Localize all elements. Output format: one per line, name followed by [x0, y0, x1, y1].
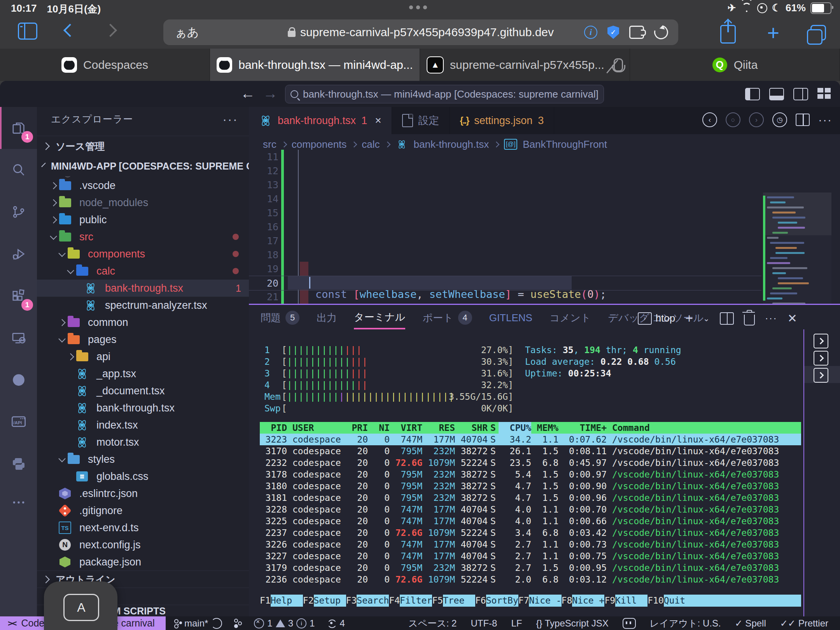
tree-item-common[interactable]: common — [37, 314, 249, 331]
toggle-secondary-sidebar-icon[interactable] — [793, 88, 808, 100]
process-row-3223[interactable]: 3223codespace200747M177M40704S34.21.10:0… — [260, 434, 801, 445]
tree-item-index.tsx[interactable]: index.tsx — [37, 416, 249, 434]
reader-button[interactable]: ぁあ — [175, 24, 199, 40]
tree-item-pages[interactable]: pages — [37, 331, 249, 348]
tree-item-.gitignore[interactable]: .gitignore — [37, 502, 249, 519]
customize-layout-icon[interactable] — [817, 88, 831, 99]
tree-item-src[interactable]: src — [37, 228, 249, 245]
fkey-action[interactable]: Quit — [664, 595, 801, 607]
address-bar[interactable]: ぁあ supreme-carnival-p57x455p46939p47.git… — [163, 19, 678, 45]
tree-item-components[interactable]: components — [37, 245, 249, 262]
process-row-3180[interactable]: 3180codespace200795M232M38272S4.71.50:00… — [260, 480, 801, 492]
navigate-forward-circle-icon[interactable]: › — [749, 112, 764, 127]
fkey-action[interactable]: SortBy — [486, 595, 518, 607]
fkey-F7[interactable]: F7 — [518, 595, 529, 607]
toggle-sidebar-icon[interactable] — [745, 88, 760, 100]
reload-icon[interactable] — [651, 23, 670, 42]
toggle-panel-icon[interactable] — [769, 88, 784, 100]
fkey-action[interactable]: Nice + — [572, 595, 604, 607]
close-panel-icon[interactable]: ✕ — [788, 312, 797, 325]
panel-tab-GITLENS[interactable]: GITLENS — [489, 310, 532, 328]
breadcrumb-item[interactable]: bank-through.tsx — [414, 138, 489, 150]
nav-forward-icon[interactable]: → — [263, 82, 278, 105]
process-row-2236[interactable]: 2236codespace20072.6G1079M52224S2.06.80:… — [260, 574, 801, 585]
panel-sash[interactable] — [249, 304, 840, 305]
activity-extensions[interactable]: 1 — [0, 275, 37, 317]
timer-icon[interactable]: ◷ — [772, 112, 787, 127]
command-center-search[interactable]: bank-through.tsx — mini4wd-app [Codespac… — [285, 85, 604, 103]
code-area[interactable]: 1112131415161718192021 const [wheelbase,… — [249, 150, 840, 304]
activity-more[interactable] — [0, 485, 37, 520]
tree-item-.vscode[interactable]: .vscode — [37, 177, 249, 194]
terminal-tab-row-active[interactable] — [804, 366, 840, 383]
process-row-3181[interactable]: 3181codespace200795M232M38272S4.71.50:00… — [260, 492, 801, 504]
activity-python[interactable] — [0, 443, 37, 485]
tree-item-_document.tsx[interactable]: _document.tsx — [37, 382, 249, 399]
section-project-root[interactable]: MINI4WD-APP [CODESPACES: SUPREME C... — [37, 156, 249, 176]
tree-item-node_modules[interactable]: node_modules — [37, 194, 249, 211]
status-item[interactable]: ✓ Spell — [735, 618, 766, 629]
activity-github[interactable] — [0, 359, 37, 401]
status-item[interactable]: スペース: 2 — [408, 617, 457, 630]
fkey-F5[interactable]: F5 — [432, 595, 443, 607]
forward-button[interactable] — [104, 24, 117, 37]
back-button[interactable] — [63, 24, 77, 37]
navigate-back-circle-icon[interactable]: ‹ — [702, 112, 717, 127]
panel-tab-ポート[interactable]: ポート4 — [422, 308, 472, 329]
breadcrumb-item[interactable]: src — [263, 138, 276, 150]
problems-indicator[interactable]: 1 3 i 1 — [254, 618, 315, 629]
activity-run-debug[interactable] — [0, 233, 37, 275]
process-row-3178[interactable]: 3178codespace200795M232M38272S5.41.50:00… — [260, 469, 801, 480]
process-row-3179[interactable]: 3179codespace200795M232M38272S2.71.50:00… — [260, 562, 801, 574]
new-tab-icon[interactable]: + — [767, 25, 779, 40]
section-source-control[interactable]: ソース管理 — [37, 136, 249, 157]
terminal-view[interactable]: 1[|||||||||||||27.0%]2[||||||||||||||30.… — [249, 332, 803, 605]
gitlens-icon[interactable] — [234, 618, 242, 628]
tree-item-calc[interactable]: calc — [37, 262, 249, 280]
ports-indicator[interactable]: 4 — [326, 618, 345, 629]
process-row-2232[interactable]: 2232codespace20072.6G1079M52224S23.56.80… — [260, 457, 801, 469]
fkey-F1[interactable]: F1 — [260, 595, 271, 607]
tree-item-bank-through.tsx[interactable]: bank-through.tsx — [37, 399, 249, 416]
tree-item-bank-through.tsx[interactable]: bank-through.tsx1 — [37, 280, 249, 297]
explorer-more-icon[interactable]: ··· — [222, 112, 238, 127]
browser-tab[interactable]: Qiita — [630, 49, 840, 81]
status-item[interactable]: LF — [511, 618, 522, 629]
fkey-action[interactable]: Search — [357, 595, 389, 607]
tree-item-motor.tsx[interactable]: motor.tsx — [37, 434, 249, 451]
fkey-F6[interactable]: F6 — [475, 595, 486, 607]
fkey-action[interactable]: Help — [271, 595, 303, 607]
breadcrumb[interactable]: srccomponentscalcbank-through.tsx[@]Bank… — [263, 137, 607, 151]
status-item[interactable]: UTF-8 — [471, 618, 497, 629]
fkey-action[interactable]: Nice - — [529, 595, 561, 607]
split-editor-icon[interactable] — [796, 114, 810, 126]
tab-overview-icon[interactable] — [810, 25, 826, 40]
editor-tab-bank-through.tsx[interactable]: bank-through.tsx1× — [249, 107, 392, 134]
htop-header-row[interactable]: PIDUSERPRINIVIRTRESSHRSCPU%MEM%TIME+Comm… — [260, 422, 801, 434]
terminal-instance[interactable]: › htop — [638, 312, 676, 325]
nav-back-icon[interactable]: ← — [240, 82, 255, 105]
minimap-slider[interactable] — [763, 192, 831, 235]
panel-more-icon[interactable]: ··· — [765, 312, 777, 324]
branch-indicator[interactable]: main* — [173, 618, 222, 629]
activity-remote-explorer[interactable] — [0, 317, 37, 359]
tree-item-_app.tsx[interactable]: _app.tsx — [37, 365, 249, 382]
panel-tab-出力[interactable]: 出力 — [317, 309, 337, 329]
fkey-F3[interactable]: F3 — [346, 595, 357, 607]
panel-tab-コメント[interactable]: コメント — [550, 309, 591, 329]
tree-item-spectrum-analyzer.tsx[interactable]: spectrum-analyzer.tsx — [37, 297, 249, 314]
browser-tab[interactable]: ×bank-through.tsx — mini4wd-ap... — [210, 49, 420, 81]
terminal-tab-row[interactable] — [804, 349, 840, 366]
tree-item-styles[interactable]: styles — [37, 451, 249, 468]
share-icon[interactable] — [720, 25, 736, 44]
fkey-action[interactable]: Setup — [314, 595, 346, 607]
terminal-tab-row[interactable] — [804, 332, 840, 349]
process-row-3226[interactable]: 3226codespace200747M177M40704S2.71.10:00… — [260, 539, 801, 550]
activity-search[interactable] — [0, 149, 37, 191]
process-row-3227[interactable]: 3227codespace200747M177M40704S2.71.10:00… — [260, 550, 801, 562]
mic-muted-icon[interactable] — [614, 58, 623, 72]
tree-item-.eslintrc.json[interactable]: .eslintrc.json — [37, 485, 249, 502]
tree-item-public[interactable]: public — [37, 211, 249, 228]
process-row-3228[interactable]: 3228codespace200747M177M40704S4.01.10:00… — [260, 504, 801, 515]
tree-item-globals.css[interactable]: ≣globals.css — [37, 468, 249, 485]
